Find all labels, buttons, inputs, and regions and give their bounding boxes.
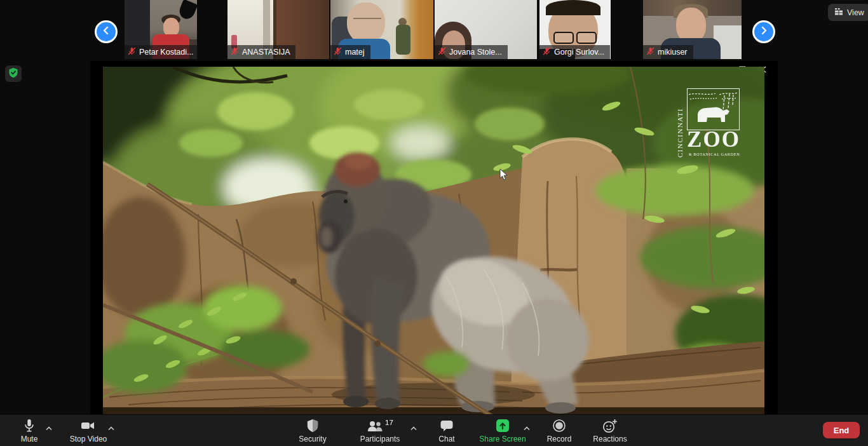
mic-muted-icon bbox=[438, 47, 446, 57]
logo-zoo-text: ZOO bbox=[686, 128, 742, 151]
record-icon bbox=[552, 419, 566, 433]
participant-name-tag: Petar Kostadi... bbox=[125, 45, 197, 59]
share-screen-icon bbox=[496, 419, 510, 433]
glasses bbox=[553, 32, 574, 44]
security-label: Security bbox=[299, 435, 326, 443]
glasses bbox=[353, 18, 381, 25]
record-button[interactable]: Record bbox=[531, 419, 588, 443]
participant-name: mikiuser bbox=[658, 48, 688, 57]
shared-video-gorilla: CINCINNATI ZOO & BOTANICAL GARDEN bbox=[103, 67, 764, 414]
chevron-right-icon bbox=[760, 26, 768, 37]
record-label: Record bbox=[547, 435, 572, 443]
mouse-cursor bbox=[499, 168, 508, 184]
participant-name-tag: ANASTASIJA bbox=[227, 45, 295, 59]
share-screen-label: Share Screen bbox=[479, 435, 526, 443]
mute-options-chevron[interactable] bbox=[45, 422, 53, 433]
participant-name: matej bbox=[345, 48, 365, 57]
chat-bubble-icon bbox=[440, 419, 454, 433]
view-label: View bbox=[847, 8, 864, 17]
mic-muted-icon bbox=[231, 47, 239, 57]
participants-icon bbox=[367, 419, 383, 435]
smiley-plus-icon bbox=[602, 419, 618, 433]
mute-label: Mute bbox=[21, 435, 38, 443]
filmstrip: Petar Kostadi... ANASTASIJA bbox=[0, 0, 868, 59]
gorilla-scene bbox=[103, 67, 764, 414]
participant-name-tag: mikiuser bbox=[643, 45, 693, 59]
next-participants-button[interactable] bbox=[752, 20, 775, 43]
participant-name: Petar Kostadi... bbox=[139, 48, 193, 57]
participant-thumbnail-anastasija[interactable]: ANASTASIJA bbox=[227, 0, 329, 59]
encryption-shield-icon bbox=[8, 67, 18, 81]
glasses-right bbox=[576, 32, 597, 44]
share-options-chevron[interactable] bbox=[523, 422, 531, 433]
shield-icon bbox=[306, 419, 319, 433]
shared-screen-window: CINCINNATI ZOO & BOTANICAL GARDEN bbox=[90, 61, 778, 414]
end-label: End bbox=[834, 426, 850, 435]
logo-vertical-text: CINCINNATI bbox=[676, 88, 684, 158]
stop-video-label: Stop Video bbox=[70, 435, 107, 443]
participant-thumbnail-mikiuser[interactable]: mikiuser bbox=[643, 0, 742, 59]
participants-label: Participants bbox=[360, 435, 400, 443]
mic-muted-icon bbox=[128, 47, 136, 57]
gallery-grid-icon bbox=[834, 8, 843, 17]
video-options-chevron[interactable] bbox=[107, 422, 115, 433]
view-button[interactable]: View bbox=[828, 4, 868, 21]
participant-thumbnail-gorgi[interactable]: Gorgi Surlov... bbox=[539, 0, 611, 59]
meeting-toolbar: Mute Stop Video Security 17 bbox=[0, 415, 868, 446]
participants-count: 17 bbox=[385, 419, 393, 426]
participant-thumbnail-petar[interactable]: Petar Kostadi... bbox=[125, 0, 197, 59]
hair bbox=[546, 0, 600, 15]
security-button[interactable]: Security bbox=[284, 419, 341, 443]
participant-name: Gorgi Surlov... bbox=[554, 48, 604, 57]
logo-sub-text: & BOTANICAL GARDEN bbox=[687, 152, 742, 156]
chat-button[interactable]: Chat bbox=[418, 419, 475, 443]
mic-muted-icon bbox=[543, 47, 551, 57]
participant-thumbnail-jovana[interactable]: Jovana Stole... bbox=[435, 0, 537, 59]
end-meeting-button[interactable]: End bbox=[823, 422, 860, 438]
reactions-button[interactable]: Reactions bbox=[581, 419, 639, 443]
previous-participants-button[interactable] bbox=[95, 20, 118, 43]
mic-muted-icon bbox=[334, 47, 342, 57]
participant-name: ANASTASIJA bbox=[242, 48, 290, 57]
zoom-meeting-window: Petar Kostadi... ANASTASIJA bbox=[0, 0, 868, 446]
chevron-left-icon bbox=[102, 26, 110, 37]
logo-rhino-box bbox=[687, 88, 740, 130]
participants-button[interactable]: 17 Participants bbox=[351, 419, 409, 443]
reactions-label: Reactions bbox=[593, 435, 627, 443]
participant-name-tag: Jovana Stole... bbox=[435, 45, 508, 59]
participant-thumbnail-matej[interactable]: matej bbox=[330, 0, 433, 59]
mic-muted-icon bbox=[646, 47, 654, 57]
cincinnati-zoo-logo: CINCINNATI ZOO & BOTANICAL GARDEN bbox=[676, 86, 742, 160]
camera-icon bbox=[81, 419, 96, 433]
chat-label: Chat bbox=[438, 435, 454, 443]
microphone-icon bbox=[23, 419, 36, 433]
participants-options-chevron[interactable] bbox=[410, 422, 417, 433]
encryption-shield-badge[interactable] bbox=[5, 65, 22, 82]
participant-name-tag: matej bbox=[330, 45, 370, 59]
figurine bbox=[396, 25, 410, 55]
participant-name-tag: Gorgi Surlov... bbox=[539, 45, 610, 59]
participant-name: Jovana Stole... bbox=[449, 48, 502, 57]
